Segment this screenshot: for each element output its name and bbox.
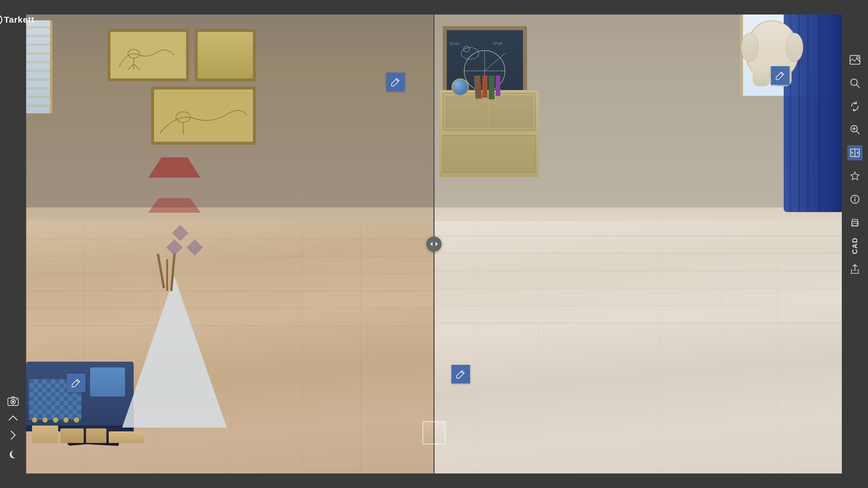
floor-right bbox=[434, 221, 842, 474]
moon-button[interactable] bbox=[8, 449, 18, 459]
teepee-pole-3 bbox=[166, 259, 168, 291]
plank-line-v bbox=[361, 221, 361, 474]
svg-point-25 bbox=[854, 197, 856, 198]
globe bbox=[452, 78, 469, 96]
compare-button[interactable] bbox=[847, 145, 863, 160]
search-button[interactable] bbox=[847, 75, 863, 91]
right-sidebar: CAD bbox=[842, 0, 868, 488]
favorite-button[interactable] bbox=[847, 168, 863, 184]
camera-button[interactable] bbox=[7, 396, 19, 406]
teepee bbox=[122, 276, 227, 428]
svg-rect-4 bbox=[16, 399, 17, 400]
picture-frame-1 bbox=[107, 29, 189, 82]
edit-right-top-button[interactable] bbox=[771, 66, 789, 85]
swatch-left bbox=[423, 422, 433, 444]
tile-line-v bbox=[477, 221, 478, 474]
plank-line bbox=[434, 235, 842, 236]
svg-point-28 bbox=[857, 223, 858, 224]
scene-right: x²+y² ∫f(x)dx E=mc² bbox=[434, 14, 842, 474]
books bbox=[475, 75, 500, 99]
floor-swatch-handle[interactable] bbox=[422, 421, 446, 445]
divider-handle[interactable] bbox=[427, 236, 441, 252]
share-button[interactable] bbox=[847, 261, 863, 276]
info-button[interactable] bbox=[847, 192, 863, 207]
edit-left-floor-button[interactable] bbox=[67, 373, 86, 392]
svg-rect-27 bbox=[853, 223, 857, 226]
zoom-button[interactable] bbox=[847, 122, 863, 137]
svg-rect-5 bbox=[111, 32, 186, 78]
plank-line bbox=[434, 323, 842, 323]
logo-text: Tarkett bbox=[4, 15, 35, 25]
svg-point-20 bbox=[856, 57, 859, 59]
sofa-left bbox=[26, 362, 134, 431]
main-viewer: x²+y² ∫f(x)dx E=mc² bbox=[26, 14, 842, 474]
left-sidebar: Tarkett bbox=[0, 0, 26, 488]
cad-button[interactable]: CAD bbox=[847, 238, 863, 253]
chevron-up-button[interactable] bbox=[8, 415, 18, 421]
left-room-panel bbox=[26, 14, 434, 474]
plank-line bbox=[434, 288, 842, 288]
left-controls bbox=[7, 396, 19, 459]
tile-line-v bbox=[539, 221, 539, 474]
tile-line-v bbox=[600, 221, 600, 474]
edit-right-floor-button[interactable] bbox=[452, 365, 470, 383]
cad-label: CAD bbox=[851, 237, 859, 254]
chevron-right-button[interactable] bbox=[10, 430, 16, 441]
plank-line-v bbox=[302, 221, 303, 474]
window-blinds bbox=[26, 20, 52, 113]
print-button[interactable] bbox=[847, 215, 863, 230]
logo-icon bbox=[0, 14, 2, 25]
refresh-button[interactable] bbox=[847, 99, 863, 114]
picture-frame-3 bbox=[151, 87, 256, 145]
plank-line bbox=[434, 253, 842, 254]
tile-line-v bbox=[722, 221, 722, 474]
picture-frame-2 bbox=[195, 29, 256, 82]
dresser-right bbox=[440, 90, 539, 177]
svg-point-3 bbox=[12, 400, 14, 403]
svg-rect-10 bbox=[154, 90, 253, 142]
svg-text:∫f(x)dx: ∫f(x)dx bbox=[450, 41, 459, 45]
plank-line bbox=[434, 305, 842, 306]
pillow-left bbox=[90, 367, 125, 396]
edit-left-top-button[interactable] bbox=[386, 73, 405, 91]
swatch-right bbox=[435, 422, 445, 444]
svg-text:x²+y²: x²+y² bbox=[493, 41, 503, 45]
svg-point-14 bbox=[461, 47, 479, 59]
logo: Tarkett bbox=[0, 14, 34, 25]
gallery-button[interactable] bbox=[847, 52, 863, 67]
toy-train bbox=[32, 426, 144, 443]
scene-left bbox=[26, 14, 434, 474]
drawer-knobs bbox=[32, 417, 79, 423]
app-container: Tarkett bbox=[0, 0, 868, 488]
right-room-panel: x²+y² ∫f(x)dx E=mc² bbox=[434, 14, 842, 474]
tile-line-v bbox=[661, 221, 661, 474]
plank-line-v bbox=[230, 221, 230, 474]
plank-line bbox=[434, 270, 842, 271]
tile-line-v bbox=[777, 221, 778, 474]
split-view: x²+y² ∫f(x)dx E=mc² bbox=[26, 14, 842, 474]
